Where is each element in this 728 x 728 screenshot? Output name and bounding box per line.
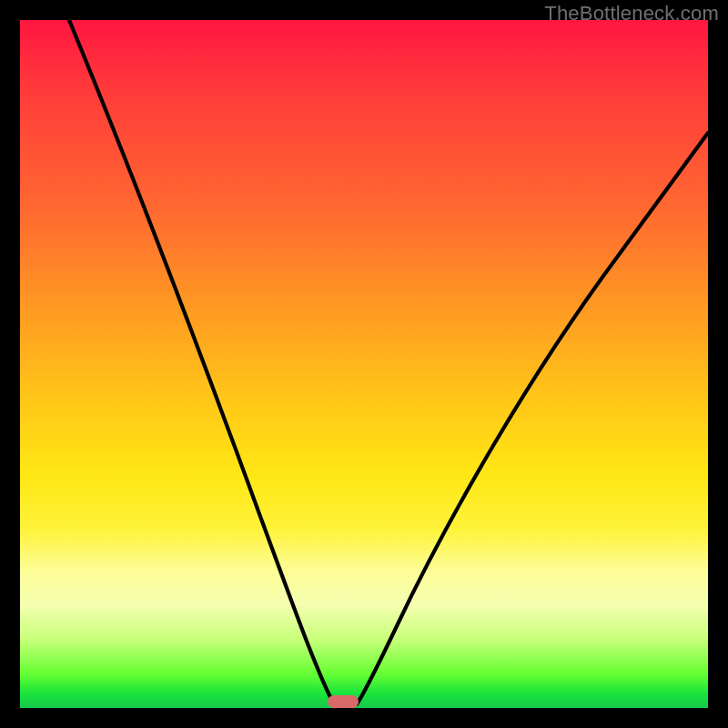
chart-plot-area — [20, 20, 708, 708]
chart-frame: TheBottleneck.com — [0, 0, 728, 728]
bottleneck-curve — [20, 20, 708, 708]
optimal-marker — [328, 695, 359, 708]
curve-path — [69, 20, 708, 704]
watermark-text: TheBottleneck.com — [544, 2, 719, 25]
